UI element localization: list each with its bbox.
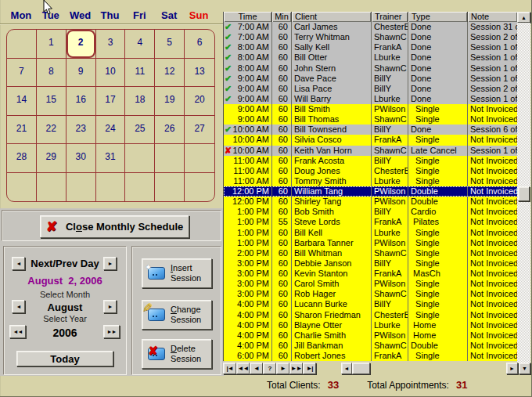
- scroll-up-icon[interactable]: ▲: [517, 12, 530, 23]
- column-header-time[interactable]: Time: [224, 12, 272, 22]
- navigator-first-button[interactable]: |◄: [223, 363, 236, 374]
- appointment-row[interactable]: 11:00 AM60Tommy SmithLburke SingleNot In…: [224, 176, 518, 186]
- next-day-button[interactable]: ►: [103, 257, 117, 270]
- appointment-row[interactable]: 11:00 AM60Doug JonesChesterB SingleNot I…: [224, 166, 518, 176]
- calendar-day-4[interactable]: 4: [125, 30, 154, 58]
- vertical-scrollbar-thumb[interactable]: [518, 186, 530, 201]
- calendar-day-18[interactable]: 18: [125, 87, 154, 115]
- appointment-row[interactable]: 4:00 PM60Charlie SmithPWilson HomeNot In…: [224, 330, 518, 341]
- calendar-day-20[interactable]: 20: [185, 87, 214, 115]
- calendar-day-8[interactable]: 8: [37, 59, 66, 87]
- column-header-min[interactable]: Min: [272, 12, 292, 22]
- appointment-row[interactable]: 11:00 AM60Frank AcostaBillY SingleNot In…: [224, 156, 518, 166]
- delete-session-button[interactable]: ✘ DeleteSession: [142, 339, 212, 369]
- navigator-last-button[interactable]: ►|: [303, 363, 316, 374]
- calendar-day-31[interactable]: 31: [96, 144, 125, 172]
- calendar-day-24[interactable]: 24: [96, 116, 125, 144]
- appointment-row[interactable]: 1:00 PM55Steve LordsFrankA PilatesNot In…: [224, 217, 518, 227]
- cell-note: Not Invoiced: [468, 197, 518, 207]
- appointment-row[interactable]: 8:00 AM✔60John SternShawnCDoneSession 1 …: [224, 63, 518, 74]
- cell-trainer: FrankA: [372, 351, 408, 361]
- appointment-row[interactable]: 9:00 AM✔60Will BarryLburkeDoneSession 1 …: [224, 94, 518, 104]
- calendar-day-7[interactable]: 7: [7, 59, 36, 87]
- horizontal-scrollbar-thumb[interactable]: [352, 363, 370, 374]
- total-clients-value: 33: [328, 379, 339, 391]
- cell-time: 3:00 PM: [224, 289, 272, 299]
- done-check-icon: ✔: [225, 52, 232, 63]
- appointment-row[interactable]: 4:00 PM60Jill BankmanShawnCDoubleNot Inv…: [224, 341, 518, 351]
- scroll-right-icon[interactable]: ►: [506, 363, 518, 374]
- insert-session-button[interactable]: ✦ InsertSession: [142, 258, 212, 288]
- calendar-day-14[interactable]: 14: [7, 87, 36, 115]
- calendar-day-28[interactable]: 28: [7, 144, 36, 172]
- cell-trainer: PWilson: [372, 330, 408, 341]
- calendar-day-13[interactable]: 13: [185, 59, 214, 87]
- scroll-down-icon[interactable]: ▼: [519, 363, 530, 374]
- appointment-row[interactable]: 1:00 PM60Bill KellLburke SingleNot Invoi…: [224, 228, 518, 238]
- cell-min: 60: [272, 84, 292, 94]
- navigator-fast-next-button[interactable]: ►►: [289, 363, 303, 374]
- change-session-button[interactable]: ✎ ChangeSession: [142, 300, 212, 330]
- appointment-row[interactable]: 8:00 AM✔60Bill OtterLburkeDoneSession 1 …: [224, 52, 518, 63]
- calendar-day-15[interactable]: 15: [37, 87, 66, 115]
- appointment-row[interactable]: 9:00 AM✔60Dave PaceBillYDoneSession 1 of: [224, 74, 518, 84]
- appointment-row[interactable]: 10:00 AM✘60Keith Van HornShawnCLate Canc…: [224, 146, 518, 156]
- next-year-button[interactable]: ►►: [103, 325, 120, 338]
- today-button[interactable]: Today: [16, 351, 113, 366]
- column-header-trainer[interactable]: Trainer: [372, 12, 408, 22]
- appointment-row[interactable]: 9:00 AM60Bill SmithPWilson SingleNot Inv…: [224, 104, 518, 114]
- calendar-day-25[interactable]: 25: [125, 116, 154, 144]
- calendar-day-17[interactable]: 17: [96, 87, 125, 115]
- appointment-row[interactable]: 10:00 AM✔60Bill TownsendBillYDoneSession…: [224, 125, 518, 135]
- appointment-row[interactable]: 7:00 AM✔60Terry WhitmanShawnCDoneSession…: [224, 32, 518, 42]
- calendar-day-12[interactable]: 12: [155, 59, 184, 87]
- cell-client: Silvia Cosco: [292, 135, 372, 145]
- appointment-row[interactable]: 3:00 PM60Debbie JansonBillY SingleNot In…: [224, 258, 518, 269]
- navigator-fast-prev-button[interactable]: ◄◄: [236, 363, 250, 374]
- calendar-day-29[interactable]: 29: [37, 144, 66, 172]
- appointment-row[interactable]: 4:00 PM60Lucann BurkeBillY SingleNot Inv…: [224, 299, 518, 309]
- navigator-help-button[interactable]: ?: [263, 363, 276, 374]
- calendar-day-9[interactable]: 9: [66, 59, 95, 87]
- appointment-row[interactable]: 1:00 PM60Barbara TannerPWilson SingleNot…: [224, 238, 518, 248]
- navigator-next-button[interactable]: ►: [276, 363, 289, 374]
- close-monthly-schedule-button[interactable]: ✘ Close Monthly Schedule: [40, 215, 189, 238]
- scroll-left-icon[interactable]: ◄: [341, 363, 352, 374]
- appointment-row[interactable]: 7:00 AM✔60Carl JamesChesterBDoneSession …: [224, 22, 518, 32]
- calendar-day-11[interactable]: 11: [125, 59, 154, 87]
- appointment-row[interactable]: 4:00 PM60Blayne OtterLburke HomeNot Invo…: [224, 320, 518, 330]
- appointment-row[interactable]: 9:00 AM60Bill ThomasShawnC SingleNot Inv…: [224, 114, 518, 125]
- calendar-day-16[interactable]: 16: [66, 87, 95, 115]
- column-header-type[interactable]: Type: [408, 12, 468, 22]
- calendar-day-2[interactable]: 2: [66, 30, 95, 58]
- calendar-day-27[interactable]: 27: [185, 116, 214, 144]
- appointment-row[interactable]: 9:00 AM✔60Lisa PaceBillYDoneSession 2 of: [224, 84, 518, 94]
- calendar-day-26[interactable]: 26: [155, 116, 184, 144]
- appointment-row[interactable]: 3:00 PM60Rob HagerShawnC SingleNot Invoi…: [224, 289, 518, 299]
- appointment-row[interactable]: 6:00 PM60Robert JonesFrankA SingleNot In…: [224, 351, 518, 361]
- appointment-row[interactable]: 1:00 PM60Bob SmithBillYCardioNot Invoice…: [224, 207, 518, 217]
- appointment-row[interactable]: 4:00 PM60Sharon FriedmanChesterB SingleN…: [224, 310, 518, 320]
- appointment-row[interactable]: 10:00 AM60Silvia CoscoFrankA SingleNot I…: [224, 135, 518, 145]
- calendar-day-19[interactable]: 19: [155, 87, 184, 115]
- navigator-prev-button[interactable]: ◄: [250, 363, 263, 374]
- column-header-client[interactable]: Client: [292, 12, 372, 22]
- appointment-row[interactable]: 3:00 PM60Carol SmithPWilson SingleNot In…: [224, 279, 518, 289]
- calendar-day-1[interactable]: 1: [37, 30, 66, 58]
- column-header-note[interactable]: Note: [468, 12, 518, 22]
- calendar-day-22[interactable]: 22: [37, 116, 66, 144]
- calendar-day-5[interactable]: 5: [155, 30, 184, 58]
- next-month-button[interactable]: ►: [103, 300, 117, 313]
- appointment-row[interactable]: 8:00 AM✔60Sally KellFrankADoneSession 1 …: [224, 42, 518, 52]
- appointment-row[interactable]: 3:00 PM60Kevin StantonFrankA MasChNot In…: [224, 269, 518, 279]
- appointment-row[interactable]: 2:00 PM60Bill WhitmanShawnC SingleNot In…: [224, 248, 518, 258]
- cell-min: 60: [272, 104, 292, 114]
- appointment-row[interactable]: 12:00 PM60William TangPWilsonDoubleNot I…: [224, 186, 518, 197]
- appointment-row[interactable]: 12:00 PM60Shirley TangPWilsonDoubleNot I…: [224, 197, 518, 207]
- calendar-day-6[interactable]: 6: [185, 30, 214, 58]
- calendar-day-3[interactable]: 3: [96, 30, 125, 58]
- calendar-day-21[interactable]: 21: [7, 116, 36, 144]
- calendar-day-10[interactable]: 10: [96, 59, 125, 87]
- calendar-day-30[interactable]: 30: [66, 144, 95, 172]
- calendar-day-23[interactable]: 23: [66, 116, 95, 144]
